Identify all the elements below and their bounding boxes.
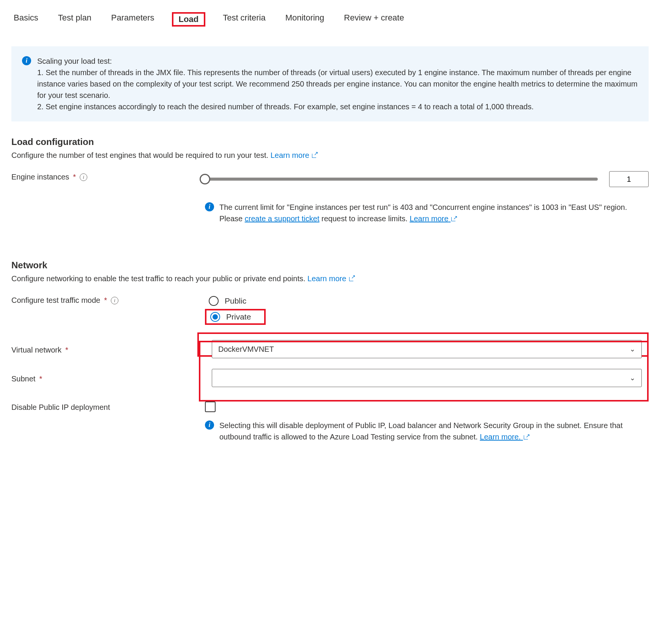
tab-load[interactable]: Load [172,12,206,27]
limits-learn-more-link[interactable]: Learn more [410,214,457,223]
engine-instances-label: Engine instances [11,173,69,181]
subnet-label: Subnet [11,375,35,383]
network-learn-more-link[interactable]: Learn more [307,274,354,283]
chevron-down-icon: ⌄ [630,374,635,382]
network-title: Network [11,260,649,271]
engine-limit-note: The current limit for "Engine instances … [219,202,649,224]
create-support-ticket-link[interactable]: create a support ticket [245,214,320,223]
radio-private-label: Private [226,312,251,321]
external-link-icon [524,434,529,439]
slider-thumb[interactable] [200,174,210,184]
disable-public-ip-checkbox[interactable] [205,402,216,412]
radio-public[interactable]: Public [205,294,649,307]
load-config-subtitle: Configure the number of test engines tha… [11,151,649,160]
external-link-icon [312,153,317,158]
disable-pip-note: Selecting this will disable deployment o… [219,420,649,442]
disable-public-ip-label: Disable Public IP deployment [11,403,110,412]
external-link-icon [349,276,354,281]
tab-parameters[interactable]: Parameters [109,12,157,27]
virtual-network-select[interactable]: DockerVMVNET ⌄ [212,340,642,358]
scaling-info-panel: i Scaling your load test: 1. Set the num… [11,46,649,121]
info-icon: i [205,420,214,430]
engine-instances-slider[interactable] [205,178,598,181]
traffic-mode-label: Configure test traffic mode [11,296,100,305]
disable-pip-learn-more-link[interactable]: Learn more. [480,433,529,441]
virtual-network-label: Virtual network [11,346,61,354]
tab-test-criteria[interactable]: Test criteria [221,12,268,27]
traffic-mode-radio-group: Public Private [205,294,649,325]
required-indicator: * [104,296,107,305]
required-indicator: * [39,375,42,383]
engine-instances-input[interactable] [609,171,649,187]
radio-private[interactable]: Private [205,309,266,325]
tab-monitoring[interactable]: Monitoring [283,12,327,27]
virtual-network-value: DockerVMVNET [218,345,274,354]
load-config-title: Load configuration [11,137,649,147]
tab-test-plan[interactable]: Test plan [56,12,94,27]
radio-public-label: Public [225,296,246,305]
external-link-icon [451,216,457,221]
subnet-select[interactable]: ⌄ [212,369,642,387]
scaling-info-text: Scaling your load test: 1. Set the numbe… [37,55,638,112]
tab-bar: Basics Test plan Parameters Load Test cr… [11,12,649,27]
required-indicator: * [73,173,76,181]
info-icon: i [205,202,214,211]
tab-review-create[interactable]: Review + create [342,12,406,27]
required-indicator: * [65,346,68,354]
load-config-learn-more-link[interactable]: Learn more [271,151,318,159]
radio-circle [210,312,220,322]
info-icon[interactable]: i [80,173,87,181]
info-icon[interactable]: i [111,297,118,304]
chevron-down-icon: ⌄ [630,345,635,353]
info-icon: i [22,56,31,65]
network-subtitle: Configure networking to enable the test … [11,274,649,283]
radio-circle [209,296,219,306]
tab-basics[interactable]: Basics [11,12,41,27]
